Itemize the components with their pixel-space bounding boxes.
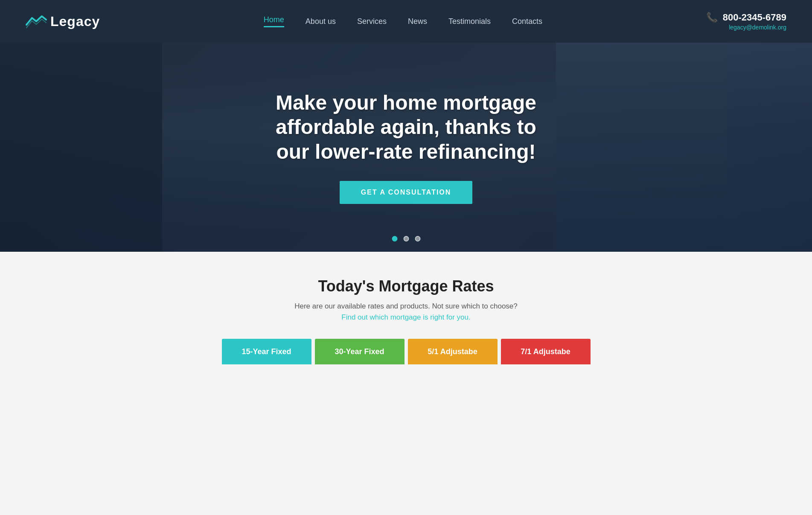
header: Legacy Home About us Services News Testi… bbox=[0, 0, 812, 43]
slider-dots bbox=[392, 236, 420, 241]
rates-title: Today's Mortgage Rates bbox=[26, 277, 786, 295]
rates-cards: 15-Year Fixed 30-Year Fixed 5/1 Adjustab… bbox=[26, 339, 786, 364]
hero-title: Make your home mortgage affordable again… bbox=[265, 90, 547, 164]
rates-section: Today's Mortgage Rates Here are our avai… bbox=[0, 252, 812, 364]
hero-content: Make your home mortgage affordable again… bbox=[257, 90, 556, 204]
email-link[interactable]: legacy@demolink.org bbox=[706, 24, 786, 31]
logo[interactable]: Legacy bbox=[26, 13, 100, 30]
rates-subtitle: Here are our available rates and product… bbox=[26, 302, 786, 311]
phone-display: 📞 800-2345-6789 bbox=[706, 12, 786, 23]
logo-text: Legacy bbox=[50, 14, 100, 29]
nav-testimonials[interactable]: Testimonials bbox=[448, 17, 491, 26]
rate-card-7-1[interactable]: 7/1 Adjustabe bbox=[501, 339, 591, 364]
logo-icon bbox=[26, 13, 47, 30]
nav-home[interactable]: Home bbox=[264, 15, 284, 27]
nav-services[interactable]: Services bbox=[357, 17, 387, 26]
hero-section: Make your home mortgage affordable again… bbox=[0, 43, 812, 252]
nav-about[interactable]: About us bbox=[306, 17, 336, 26]
nav-news[interactable]: News bbox=[408, 17, 427, 26]
rate-card-5-1[interactable]: 5/1 Adjustabe bbox=[408, 339, 498, 364]
cta-button[interactable]: GET A CONSULTATION bbox=[340, 181, 473, 204]
slider-dot-1[interactable] bbox=[392, 236, 397, 241]
main-nav: Home About us Services News Testimonials… bbox=[264, 15, 542, 27]
rate-card-30yr[interactable]: 30-Year Fixed bbox=[315, 339, 405, 364]
contact-info: 📞 800-2345-6789 legacy@demolink.org bbox=[706, 12, 786, 31]
nav-contacts[interactable]: Contacts bbox=[512, 17, 542, 26]
slider-dot-2[interactable] bbox=[403, 236, 409, 241]
rate-card-15yr[interactable]: 15-Year Fixed bbox=[222, 339, 311, 364]
phone-icon: 📞 bbox=[706, 12, 718, 23]
rates-link[interactable]: Find out which mortgage is right for you… bbox=[341, 313, 470, 321]
slider-dot-3[interactable] bbox=[415, 236, 420, 241]
